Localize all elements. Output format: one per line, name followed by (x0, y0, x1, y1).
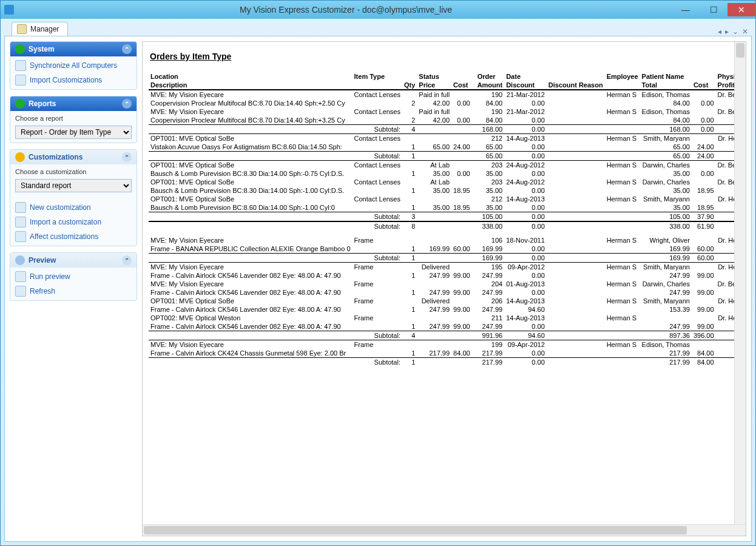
cell: 2 (402, 99, 417, 107)
cell (547, 288, 605, 297)
cell (547, 186, 605, 195)
link-import-customization[interactable]: Import a customizaton (15, 217, 132, 228)
cell: Dr. Herman Snellen (716, 134, 735, 143)
subtotal-cell: 169.99 (640, 254, 692, 263)
cell: 217.99 (476, 349, 505, 358)
collapse-icon[interactable]: ⌃ (122, 44, 132, 54)
cell: Frame (353, 314, 402, 322)
report-select[interactable]: Report - Order by Item Type (15, 126, 132, 139)
cell: 14-Aug-2013 (504, 134, 547, 143)
subtotal-label: Subtotal: (149, 254, 402, 263)
cell: 18.95 (692, 186, 716, 195)
cell: 148.99 (716, 288, 735, 297)
tab-prev-icon[interactable]: ◂ (718, 27, 721, 36)
panel-header-system[interactable]: System ⌃ (10, 42, 137, 56)
column-header: Amount (476, 81, 505, 90)
subtotal-label: Subtotal: (149, 125, 402, 134)
cell (402, 340, 417, 349)
import-icon (15, 75, 26, 86)
cell: 99.00 (451, 271, 472, 280)
subtotal-cell: 0.00 (504, 254, 547, 263)
cell: 0.00 (451, 99, 472, 107)
cell (353, 143, 402, 152)
cell: 0.00 (504, 203, 547, 212)
report-table: LocationItem TypeStatusOrderDateEmployee… (149, 72, 735, 366)
cell: Contact Lenses (353, 107, 402, 116)
scroll-thumb[interactable] (144, 526, 687, 534)
column-header (605, 81, 640, 90)
link-import-customizations[interactable]: Import Customizations (15, 75, 132, 86)
cell: Delivered (417, 263, 451, 272)
cell (547, 143, 605, 152)
maximize-button[interactable]: ☐ (700, 3, 727, 16)
customization-select[interactable]: Standard report (15, 179, 132, 192)
link-refresh[interactable]: Refresh (15, 286, 132, 297)
cell: 169.99 (476, 244, 505, 254)
collapse-icon[interactable]: ⌃ (122, 255, 132, 265)
cell (692, 161, 716, 170)
cell: 84.00 (640, 99, 692, 107)
cell: 21-Mar-2012 (504, 107, 547, 116)
app-icon (4, 5, 14, 15)
link-affect-customizations[interactable]: Affect customizations (15, 231, 132, 242)
panel-preview: Preview ⌃ Run preview Refresh (10, 252, 137, 301)
cell: 0.00 (504, 116, 547, 125)
close-button[interactable]: ✕ (727, 3, 755, 16)
cell: 0.00 (451, 116, 472, 125)
cell: MVE: My Vision Eyecare (149, 340, 353, 349)
cell (605, 288, 640, 297)
cell (692, 195, 716, 203)
cell: Darwin, Charles (640, 178, 692, 186)
minimize-button[interactable]: — (672, 3, 700, 16)
tab-next-icon[interactable]: ▸ (725, 27, 729, 36)
scroll-thumb[interactable] (736, 43, 744, 58)
link-sync-computers[interactable]: Synchronize All Computers (15, 60, 132, 71)
column-header: Cost (692, 81, 716, 90)
cell (353, 271, 402, 280)
tab-close-icon[interactable]: ✕ (742, 27, 748, 36)
column-header: Description (149, 81, 353, 90)
cell: 35.00 (640, 169, 692, 178)
cell (402, 178, 417, 186)
collapse-icon[interactable]: ⌃ (122, 152, 132, 162)
subtotal-cell: 168.00 (716, 125, 735, 134)
horizontal-scrollbar[interactable] (143, 524, 746, 536)
cell: Frame - Calvin Airlock CK546 Lavender 08… (149, 305, 353, 314)
cell: Dr. Benjamin Frankl (716, 107, 735, 116)
link-new-customization[interactable]: New customization (15, 202, 132, 213)
tab-manager[interactable]: Manager (12, 22, 68, 36)
cell: 217.99 (417, 349, 451, 358)
vertical-scrollbar[interactable] (734, 42, 746, 525)
collapse-icon[interactable]: ⌃ (122, 99, 132, 109)
cell: Frame - Calvin Airlock CK546 Lavender 08… (149, 271, 353, 280)
cell: MVE: My Vision Eyecare (149, 231, 353, 244)
tab-menu-icon[interactable]: ⌄ (732, 27, 738, 36)
subtotal-cell: 991.96 (476, 331, 505, 340)
panel-header-customizations[interactable]: Customizations ⌃ (10, 150, 137, 164)
cell: 84.00 (716, 99, 735, 107)
cell: Herman S (605, 314, 640, 322)
column-header: Discount Reason (547, 81, 605, 90)
cell: 09-Apr-2012 (504, 340, 547, 349)
cell: Herman S (605, 178, 640, 186)
cell: Contact Lenses (353, 195, 402, 203)
link-run-preview[interactable]: Run preview (15, 271, 132, 282)
cell: Paid in full (417, 107, 451, 116)
column-header (547, 72, 605, 81)
subtotal-cell: 276.10 (716, 221, 735, 231)
cell (547, 314, 605, 322)
cell: 24.00 (692, 143, 716, 152)
cell (547, 297, 605, 305)
cell: Smith, Maryann (640, 195, 692, 203)
subtotal-cell: 61.90 (692, 221, 716, 231)
app-window: My Vision Express Customizer - doc@olymp… (0, 0, 756, 546)
cell (547, 322, 605, 331)
workspace: System ⌃ Synchronize All Computers Impor… (4, 36, 752, 542)
panel-header-preview[interactable]: Preview ⌃ (10, 253, 137, 268)
cell: Contact Lenses (353, 178, 402, 186)
panel-header-reports[interactable]: Reports ⌃ (10, 96, 137, 111)
cell: Frame (353, 263, 402, 272)
cell: Frame - Calvin Airlock CK424 Chassis Gun… (149, 349, 353, 358)
cell: 14-Aug-2013 (504, 195, 547, 203)
column-header: Qty (402, 81, 417, 90)
